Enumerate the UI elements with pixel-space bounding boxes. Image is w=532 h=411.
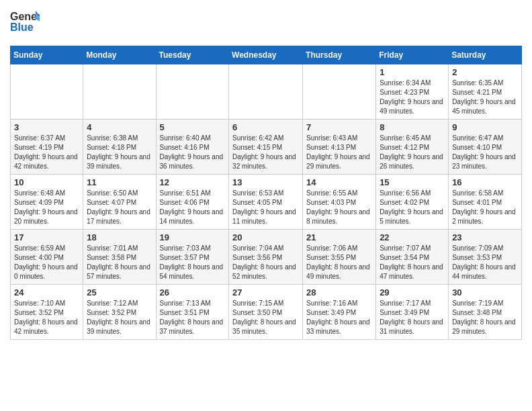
day-info: Sunrise: 6:50 AM Sunset: 4:07 PM Dayligh… <box>87 189 152 226</box>
day-info: Sunrise: 6:42 AM Sunset: 4:15 PM Dayligh… <box>232 134 299 171</box>
calendar-cell: 2Sunrise: 6:35 AM Sunset: 4:21 PM Daylig… <box>449 64 522 120</box>
svg-text:Blue: Blue <box>10 21 34 33</box>
calendar-table: SundayMondayTuesdayWednesdayThursdayFrid… <box>10 46 522 340</box>
day-info: Sunrise: 7:12 AM Sunset: 3:52 PM Dayligh… <box>87 299 152 336</box>
calendar-week-4: 17Sunrise: 6:59 AM Sunset: 4:00 PM Dayli… <box>11 230 522 285</box>
calendar-cell <box>229 64 303 120</box>
day-number: 27 <box>232 287 299 298</box>
calendar-week-5: 24Sunrise: 7:10 AM Sunset: 3:52 PM Dayli… <box>11 285 522 340</box>
calendar-cell: 19Sunrise: 7:03 AM Sunset: 3:57 PM Dayli… <box>156 230 229 285</box>
calendar-cell: 13Sunrise: 6:53 AM Sunset: 4:05 PM Dayli… <box>229 175 303 230</box>
day-info: Sunrise: 6:35 AM Sunset: 4:21 PM Dayligh… <box>452 79 518 116</box>
logo-mark: General Blue <box>10 7 40 39</box>
day-number: 30 <box>452 287 518 298</box>
day-number: 20 <box>232 232 299 242</box>
day-info: Sunrise: 7:07 AM Sunset: 3:54 PM Dayligh… <box>380 244 445 281</box>
calendar-cell: 6Sunrise: 6:42 AM Sunset: 4:15 PM Daylig… <box>229 120 303 175</box>
calendar-cell: 24Sunrise: 7:10 AM Sunset: 3:52 PM Dayli… <box>11 285 83 340</box>
calendar-cell: 4Sunrise: 6:38 AM Sunset: 4:18 PM Daylig… <box>83 120 156 175</box>
calendar-cell <box>11 64 83 120</box>
calendar-cell: 25Sunrise: 7:12 AM Sunset: 3:52 PM Dayli… <box>83 285 156 340</box>
day-info: Sunrise: 7:10 AM Sunset: 3:52 PM Dayligh… <box>14 299 79 336</box>
day-number: 28 <box>306 287 372 298</box>
page-header: General Blue <box>10 7 522 39</box>
calendar-week-2: 3Sunrise: 6:37 AM Sunset: 4:19 PM Daylig… <box>11 120 522 175</box>
col-header-thursday: Thursday <box>303 46 376 64</box>
calendar-cell: 14Sunrise: 6:55 AM Sunset: 4:03 PM Dayli… <box>303 175 376 230</box>
day-info: Sunrise: 6:37 AM Sunset: 4:19 PM Dayligh… <box>14 134 79 171</box>
calendar-header-row: SundayMondayTuesdayWednesdayThursdayFrid… <box>11 46 522 64</box>
day-info: Sunrise: 7:17 AM Sunset: 3:49 PM Dayligh… <box>380 299 445 336</box>
day-info: Sunrise: 7:19 AM Sunset: 3:48 PM Dayligh… <box>452 299 518 336</box>
day-number: 25 <box>87 287 152 298</box>
calendar-cell: 8Sunrise: 6:45 AM Sunset: 4:12 PM Daylig… <box>376 120 449 175</box>
logo: General Blue <box>10 7 40 39</box>
calendar-cell: 29Sunrise: 7:17 AM Sunset: 3:49 PM Dayli… <box>376 285 449 340</box>
calendar-cell: 12Sunrise: 6:51 AM Sunset: 4:06 PM Dayli… <box>156 175 229 230</box>
calendar-week-1: 1Sunrise: 6:34 AM Sunset: 4:23 PM Daylig… <box>11 64 522 120</box>
day-info: Sunrise: 6:58 AM Sunset: 4:01 PM Dayligh… <box>452 189 518 226</box>
calendar-cell: 5Sunrise: 6:40 AM Sunset: 4:16 PM Daylig… <box>156 120 229 175</box>
svg-text:General: General <box>10 11 40 22</box>
calendar-week-3: 10Sunrise: 6:48 AM Sunset: 4:09 PM Dayli… <box>11 175 522 230</box>
day-info: Sunrise: 6:48 AM Sunset: 4:09 PM Dayligh… <box>14 189 79 226</box>
day-info: Sunrise: 6:43 AM Sunset: 4:13 PM Dayligh… <box>306 134 372 171</box>
day-info: Sunrise: 7:15 AM Sunset: 3:50 PM Dayligh… <box>232 299 299 336</box>
day-info: Sunrise: 6:34 AM Sunset: 4:23 PM Dayligh… <box>380 79 445 116</box>
calendar-cell: 18Sunrise: 7:01 AM Sunset: 3:58 PM Dayli… <box>83 230 156 285</box>
day-info: Sunrise: 6:56 AM Sunset: 4:02 PM Dayligh… <box>380 189 445 226</box>
day-number: 8 <box>380 122 445 132</box>
col-header-sunday: Sunday <box>11 46 83 64</box>
calendar-cell: 17Sunrise: 6:59 AM Sunset: 4:00 PM Dayli… <box>11 230 83 285</box>
day-number: 1 <box>380 67 445 77</box>
day-info: Sunrise: 6:45 AM Sunset: 4:12 PM Dayligh… <box>380 134 445 171</box>
day-info: Sunrise: 7:03 AM Sunset: 3:57 PM Dayligh… <box>160 244 226 281</box>
calendar-cell: 28Sunrise: 7:16 AM Sunset: 3:49 PM Dayli… <box>303 285 376 340</box>
calendar-cell: 7Sunrise: 6:43 AM Sunset: 4:13 PM Daylig… <box>303 120 376 175</box>
day-number: 15 <box>380 177 445 187</box>
day-info: Sunrise: 7:04 AM Sunset: 3:56 PM Dayligh… <box>232 244 299 281</box>
day-number: 4 <box>87 122 152 132</box>
day-number: 22 <box>380 232 445 242</box>
calendar-cell: 27Sunrise: 7:15 AM Sunset: 3:50 PM Dayli… <box>229 285 303 340</box>
calendar-cell <box>156 64 229 120</box>
col-header-wednesday: Wednesday <box>229 46 303 64</box>
calendar-cell: 20Sunrise: 7:04 AM Sunset: 3:56 PM Dayli… <box>229 230 303 285</box>
calendar-cell: 9Sunrise: 6:47 AM Sunset: 4:10 PM Daylig… <box>449 120 522 175</box>
page-container: General Blue SundayMondayTuesdayWednesda… <box>0 0 532 347</box>
calendar-cell: 23Sunrise: 7:09 AM Sunset: 3:53 PM Dayli… <box>449 230 522 285</box>
day-number: 7 <box>306 122 372 132</box>
day-info: Sunrise: 7:09 AM Sunset: 3:53 PM Dayligh… <box>452 244 518 281</box>
day-number: 6 <box>232 122 299 132</box>
day-number: 21 <box>306 232 372 242</box>
day-number: 23 <box>452 232 518 242</box>
day-number: 12 <box>160 177 226 187</box>
day-number: 10 <box>14 177 79 187</box>
day-info: Sunrise: 7:16 AM Sunset: 3:49 PM Dayligh… <box>306 299 372 336</box>
day-number: 14 <box>306 177 372 187</box>
day-number: 24 <box>14 287 79 298</box>
day-info: Sunrise: 6:51 AM Sunset: 4:06 PM Dayligh… <box>160 189 226 226</box>
calendar-cell: 30Sunrise: 7:19 AM Sunset: 3:48 PM Dayli… <box>449 285 522 340</box>
day-info: Sunrise: 6:55 AM Sunset: 4:03 PM Dayligh… <box>306 189 372 226</box>
calendar-cell: 3Sunrise: 6:37 AM Sunset: 4:19 PM Daylig… <box>11 120 83 175</box>
day-number: 5 <box>160 122 226 132</box>
day-number: 3 <box>14 122 79 132</box>
day-number: 19 <box>160 232 226 242</box>
day-number: 18 <box>87 232 152 242</box>
col-header-saturday: Saturday <box>449 46 522 64</box>
day-info: Sunrise: 6:59 AM Sunset: 4:00 PM Dayligh… <box>14 244 79 281</box>
calendar-cell: 15Sunrise: 6:56 AM Sunset: 4:02 PM Dayli… <box>376 175 449 230</box>
day-number: 29 <box>380 287 445 298</box>
day-info: Sunrise: 7:01 AM Sunset: 3:58 PM Dayligh… <box>87 244 152 281</box>
day-info: Sunrise: 6:53 AM Sunset: 4:05 PM Dayligh… <box>232 189 299 226</box>
day-number: 17 <box>14 232 79 242</box>
calendar-cell: 1Sunrise: 6:34 AM Sunset: 4:23 PM Daylig… <box>376 64 449 120</box>
calendar-cell: 16Sunrise: 6:58 AM Sunset: 4:01 PM Dayli… <box>449 175 522 230</box>
day-info: Sunrise: 7:13 AM Sunset: 3:51 PM Dayligh… <box>160 299 226 336</box>
day-number: 16 <box>452 177 518 187</box>
calendar-cell <box>303 64 376 120</box>
col-header-friday: Friday <box>376 46 449 64</box>
calendar-cell: 10Sunrise: 6:48 AM Sunset: 4:09 PM Dayli… <box>11 175 83 230</box>
calendar-cell: 11Sunrise: 6:50 AM Sunset: 4:07 PM Dayli… <box>83 175 156 230</box>
